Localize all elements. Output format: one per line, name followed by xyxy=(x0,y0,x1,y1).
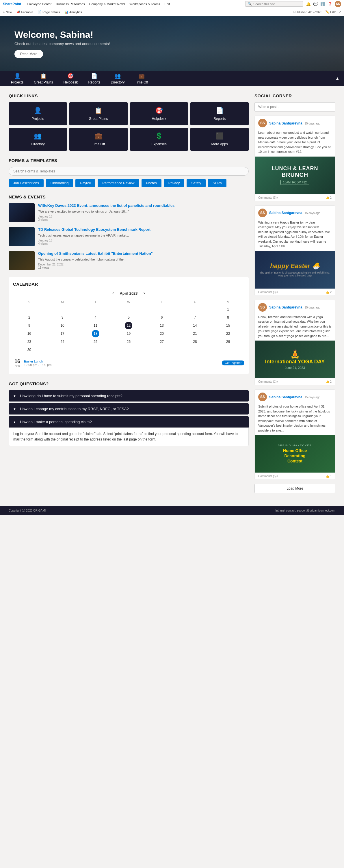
search-box[interactable]: 🔍 xyxy=(245,1,303,7)
tag-privacy[interactable]: Privacy xyxy=(164,179,184,187)
quick-link-time-off[interactable]: 💼 Time Off xyxy=(69,128,128,151)
tag-onboarding[interactable]: Onboarding xyxy=(46,179,73,187)
topbar-icons: 🔔 💬 ℹ️ ❓ SS xyxy=(306,1,341,7)
nav-time-off[interactable]: 💼 Time Off xyxy=(130,70,153,87)
ribbon-analytics-button[interactable]: 📊 Analytics xyxy=(64,10,82,14)
quick-link-directory[interactable]: 👥 Directory xyxy=(9,128,67,151)
nav-business-resources[interactable]: Business Resources xyxy=(56,2,85,6)
tag-job-descriptions[interactable]: Job Descriptions xyxy=(9,179,43,187)
nav-projects[interactable]: 👤 Projects xyxy=(6,70,29,87)
cal-day-20[interactable]: 20 xyxy=(158,330,165,337)
write-post-box[interactable]: Write a post... xyxy=(254,102,335,112)
cal-day-5[interactable]: 5 xyxy=(125,314,132,321)
search-input[interactable] xyxy=(253,2,300,6)
cal-day-19[interactable]: 19 xyxy=(125,330,132,337)
hero-read-more-button[interactable]: Read More xyxy=(14,50,43,58)
nav-edit[interactable]: Edit xyxy=(164,2,170,6)
user-avatar[interactable]: SS xyxy=(335,1,341,7)
nav-reports[interactable]: 📄 Reports xyxy=(83,70,105,87)
news-title-3[interactable]: Opening of Smithsonian's Latest Exhibit … xyxy=(38,251,249,256)
cal-day-1[interactable]: 1 xyxy=(224,306,232,313)
quick-link-helpdesk[interactable]: 🎯 Helpdesk xyxy=(130,102,188,125)
post-3-author[interactable]: Sabina Santgarevna xyxy=(269,305,303,309)
tag-photos[interactable]: Photos xyxy=(142,179,161,187)
cal-day-7[interactable]: 7 xyxy=(191,314,199,321)
cal-day-15[interactable]: 15 xyxy=(224,322,232,329)
cal-event-date-num: 16 xyxy=(13,359,22,365)
post-4-author[interactable]: Sabina Santgarevna xyxy=(269,395,303,399)
cal-day-4[interactable]: 4 xyxy=(92,314,99,321)
post-2-avatar: SS xyxy=(258,209,267,217)
quick-link-reports[interactable]: 📄 Reports xyxy=(190,102,249,125)
quick-link-more-apps[interactable]: ⬛ More Apps xyxy=(190,128,249,151)
tag-payroll[interactable]: Payroll xyxy=(75,179,95,187)
cal-day-2[interactable]: 2 xyxy=(25,314,33,321)
cal-day-11[interactable]: 11 xyxy=(92,322,99,329)
ribbon-page-details-button[interactable]: 📄 Page details xyxy=(37,10,60,14)
cal-day-8[interactable]: 8 xyxy=(224,314,232,321)
post-3-comments[interactable]: Comments (1)+ xyxy=(258,380,278,383)
notifications-icon[interactable]: 🔔 xyxy=(306,2,311,6)
tag-performance-review[interactable]: Performance Review xyxy=(98,179,139,187)
expand-icon[interactable]: ⤢ xyxy=(339,10,341,14)
forms-search-input[interactable] xyxy=(9,167,249,176)
cal-day-22[interactable]: 22 xyxy=(224,330,232,337)
info-icon[interactable]: ℹ️ xyxy=(320,2,325,6)
cal-day-16[interactable]: 16 xyxy=(25,330,33,337)
cal-day-30[interactable]: 30 xyxy=(25,346,33,353)
help-icon[interactable]: ❓ xyxy=(327,2,333,6)
cal-day-18-selected[interactable]: 18 xyxy=(92,330,99,337)
faq-item-1[interactable]: ▼ How long do I have to submit my person… xyxy=(9,390,249,402)
cal-day-6[interactable]: 6 xyxy=(158,314,165,321)
calendar-next-button[interactable]: › xyxy=(144,290,145,296)
chat-icon[interactable]: 💬 xyxy=(313,2,318,6)
tag-sops[interactable]: SOPs xyxy=(208,179,226,187)
cal-event-button[interactable]: Get Together xyxy=(222,361,244,365)
nav-workspaces[interactable]: Workspaces & Teams xyxy=(129,2,160,6)
cal-day-12-today[interactable]: 12 xyxy=(125,322,132,329)
news-title-1[interactable]: WISeKey Davos 2023 Event: announces the … xyxy=(38,203,249,208)
nav-company-news[interactable]: Company & Market News xyxy=(89,2,125,6)
faq-item-2[interactable]: ▼ How do I change my contributions to my… xyxy=(9,403,249,414)
post-1-comments[interactable]: Comments (3)+ xyxy=(258,196,278,199)
nav-helpdesk[interactable]: 🎯 Helpdesk xyxy=(58,70,83,87)
cal-day-21[interactable]: 21 xyxy=(191,330,199,337)
quick-link-projects[interactable]: 👤 Projects xyxy=(9,102,67,125)
cal-day-26[interactable]: 26 xyxy=(125,338,132,345)
published-date: Published 4/12/2023 xyxy=(293,10,322,14)
post-1-author[interactable]: Sabina Santgarevna xyxy=(269,121,303,125)
cal-day-24[interactable]: 24 xyxy=(59,338,66,345)
faq-item-3[interactable]: ▲ How do I make a personal spending clai… xyxy=(9,416,249,428)
ribbon-new-button[interactable]: + New xyxy=(3,10,12,14)
tag-safety[interactable]: Safety xyxy=(187,179,206,187)
cal-event-title[interactable]: Easter Lunch xyxy=(24,360,220,363)
post-2-header: SS Sabina Santgarevna 15 days ago xyxy=(255,206,335,219)
cal-day-28[interactable]: 28 xyxy=(191,338,199,345)
cal-day-3[interactable]: 3 xyxy=(59,314,66,321)
cal-day-9[interactable]: 9 xyxy=(25,322,33,329)
ribbon-edit-button[interactable]: ✏️ Edit xyxy=(325,10,336,14)
post-4-comments[interactable]: Comments (5)+ xyxy=(258,474,278,478)
nav-great-plains[interactable]: 📋 Great Plains xyxy=(29,70,58,87)
cal-day-10[interactable]: 10 xyxy=(59,322,66,329)
quick-link-expenses[interactable]: 💲 Expenses xyxy=(130,128,188,151)
ribbon-promote-button[interactable]: 📣 Promote xyxy=(17,10,33,14)
post-2-comments[interactable]: Comments (3)+ xyxy=(258,290,278,294)
nav-directory[interactable]: 👥 Directory xyxy=(105,70,130,87)
cal-day-13[interactable]: 13 xyxy=(158,322,165,329)
helpdesk-icon: 🎯 xyxy=(67,73,74,79)
cal-day-14[interactable]: 14 xyxy=(191,322,199,329)
cal-day-17[interactable]: 17 xyxy=(59,330,66,337)
calendar-prev-button[interactable]: ‹ xyxy=(112,290,114,296)
cal-day-23[interactable]: 23 xyxy=(25,338,33,345)
nav-collapse-toggle[interactable]: ▲ xyxy=(335,76,340,81)
cal-day-29[interactable]: 29 xyxy=(224,338,232,345)
cal-day-25[interactable]: 25 xyxy=(92,338,99,345)
load-more-button[interactable]: Load More xyxy=(254,484,335,493)
cal-day-27[interactable]: 27 xyxy=(158,338,165,345)
nav-employee-center[interactable]: Employee Center xyxy=(27,2,52,6)
cal-day-empty xyxy=(191,346,199,353)
quick-link-great-plains[interactable]: 📋 Great Plains xyxy=(69,102,128,125)
post-2-author[interactable]: Sabina Santgarevna xyxy=(269,211,303,215)
news-title-2[interactable]: TD Releases Global Technology Ecosystem … xyxy=(38,227,249,232)
